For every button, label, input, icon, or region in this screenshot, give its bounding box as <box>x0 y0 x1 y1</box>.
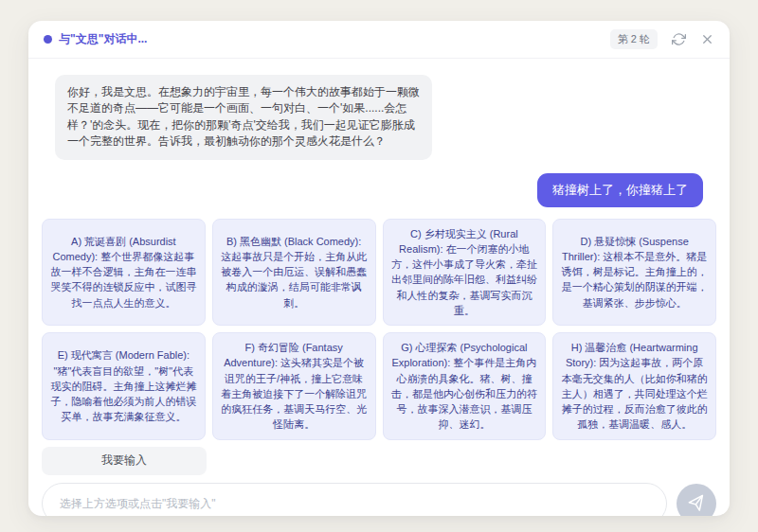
option-card-h[interactable]: H) 温馨治愈 (Heartwarming Story): 因为这起事故，两个原… <box>552 332 716 440</box>
option-card-d[interactable]: D) 悬疑惊悚 (Suspense Thriller): 这根本不是意外。猪是诱… <box>552 219 716 327</box>
refresh-icon[interactable] <box>671 32 686 47</box>
dialog-header-left: 与"文思"对话中... <box>44 31 147 47</box>
send-button[interactable] <box>677 484 716 516</box>
dialog-title: 与"文思"对话中... <box>59 31 147 47</box>
status-dot-icon <box>44 35 52 44</box>
paper-plane-icon <box>688 495 705 512</box>
chat-area: 你好，我是文思。在想象力的宇宙里，每一个伟大的故事都始于一颗微不足道的奇点——它… <box>28 59 730 219</box>
user-message-row: 猪撞树上了，你撞猪上了 <box>55 173 703 207</box>
input-row <box>42 483 716 516</box>
option-card-a[interactable]: A) 荒诞喜剧 (Absurdist Comedy): 整个世界都像这起事故一样… <box>42 219 206 327</box>
option-card-e[interactable]: E) 现代寓言 (Modern Fable): "猪"代表盲目的欲望，"树"代表… <box>42 332 206 440</box>
round-badge: 第 2 轮 <box>610 29 658 49</box>
dialog-footer: 我要输入 <box>28 440 730 516</box>
option-card-g[interactable]: G) 心理探索 (Psychological Exploration): 整个事… <box>383 332 547 440</box>
close-icon[interactable] <box>699 32 714 47</box>
assistant-message: 你好，我是文思。在想象力的宇宙里，每一个伟大的故事都始于一颗微不足道的奇点——它… <box>55 75 432 160</box>
manual-input-button[interactable]: 我要输入 <box>42 447 207 475</box>
option-card-b[interactable]: B) 黑色幽默 (Black Comedy): 这起事故只是个开始，主角从此被卷… <box>212 219 376 327</box>
options-grid: A) 荒诞喜剧 (Absurdist Comedy): 整个世界都像这起事故一样… <box>28 219 730 440</box>
option-card-f[interactable]: F) 奇幻冒险 (Fantasy Adventure): 这头猪其实是个被诅咒的… <box>212 332 376 440</box>
dialog-header-right: 第 2 轮 <box>610 29 714 49</box>
dialog-header: 与"文思"对话中... 第 2 轮 <box>28 21 730 59</box>
option-card-c[interactable]: C) 乡村现实主义 (Rural Realism): 在一个闭塞的小地方，这件小… <box>383 219 547 327</box>
chat-dialog-modal: 与"文思"对话中... 第 2 轮 你好，我是文思。在想象力的宇宙里，每一个伟大… <box>28 21 730 516</box>
chat-input[interactable] <box>42 483 667 516</box>
user-message: 猪撞树上了，你撞猪上了 <box>537 173 703 207</box>
